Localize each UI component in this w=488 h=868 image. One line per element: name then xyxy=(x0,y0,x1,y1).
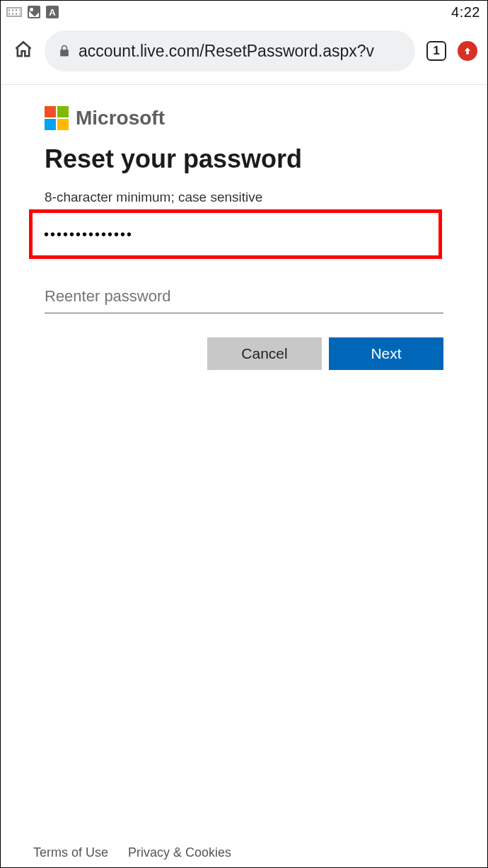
microsoft-brand: Microsoft xyxy=(45,106,443,130)
lock-icon xyxy=(57,44,71,58)
new-password-input[interactable]: •••••••••••••• xyxy=(29,209,442,259)
url-bar[interactable]: account.live.com/ResetPassword.aspx?v xyxy=(45,30,415,71)
url-text: account.live.com/ResetPassword.aspx?v xyxy=(79,42,374,61)
app-a-icon: A xyxy=(46,6,59,18)
browser-toolbar: account.live.com/ResetPassword.aspx?v 1 xyxy=(1,22,487,85)
image-icon xyxy=(28,6,40,18)
terms-link[interactable]: Terms of Use xyxy=(33,845,108,860)
password-hint: 8-character minimum; case sensitive xyxy=(45,190,443,205)
password-mask: •••••••••••••• xyxy=(44,226,133,243)
footer: Terms of Use Privacy & Cookies xyxy=(1,845,487,867)
tabs-button[interactable]: 1 xyxy=(426,41,446,61)
microsoft-logo-icon xyxy=(45,106,69,130)
update-available-icon[interactable] xyxy=(458,41,477,61)
privacy-link[interactable]: Privacy & Cookies xyxy=(128,845,231,860)
reenter-password-input[interactable] xyxy=(45,282,443,313)
reset-password-form: Microsoft Reset your password 8-characte… xyxy=(1,85,487,370)
keyboard-icon xyxy=(6,7,22,17)
home-icon[interactable] xyxy=(13,40,33,62)
brand-text: Microsoft xyxy=(76,107,165,129)
clock: 4:22 xyxy=(451,4,480,21)
next-button[interactable]: Next xyxy=(329,337,443,370)
page-title: Reset your password xyxy=(45,144,443,174)
button-row: Cancel Next xyxy=(45,337,443,370)
android-status-bar: A 4:22 xyxy=(1,1,487,22)
cancel-button[interactable]: Cancel xyxy=(207,337,322,370)
